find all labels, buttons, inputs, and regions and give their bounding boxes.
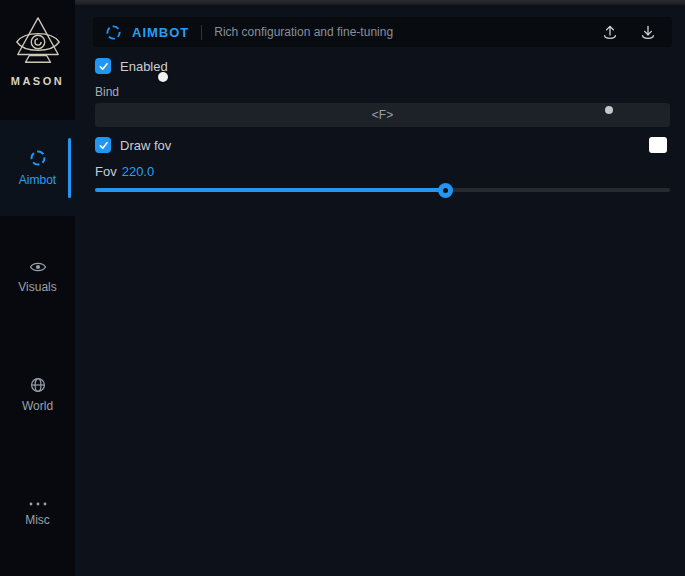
crosshair-icon <box>105 24 122 41</box>
main-panel: AIMBOT Rich configuration and fine-tunin… <box>75 0 685 576</box>
sidebar-item-label: Aimbot <box>19 173 56 187</box>
cursor-dot <box>605 106 613 114</box>
upload-config-icon <box>602 24 618 40</box>
fov-color-swatch[interactable] <box>649 137 667 153</box>
download-config-icon <box>640 24 656 40</box>
page-title: AIMBOT <box>132 25 189 40</box>
fov-slider-fill <box>95 188 446 192</box>
page-subtitle: Rich configuration and fine-tuning <box>214 25 393 39</box>
brand-name: MASON <box>0 75 75 87</box>
sidebar-item-label: World <box>22 399 53 413</box>
enabled-row: Enabled <box>95 58 168 74</box>
fov-label: Fov <box>95 164 117 179</box>
fov-slider-handle[interactable] <box>438 183 453 198</box>
draw-fov-checkbox[interactable] <box>95 137 111 153</box>
header-divider <box>201 25 202 40</box>
check-icon <box>98 140 109 151</box>
active-indicator <box>68 138 71 198</box>
page-header: AIMBOT Rich configuration and fine-tunin… <box>93 17 672 47</box>
draw-fov-label: Draw fov <box>120 138 171 153</box>
ellipsis-icon <box>28 501 48 507</box>
sidebar: MASON Aimbot Visuals W <box>0 0 75 576</box>
sidebar-item-visuals[interactable]: Visuals <box>0 237 75 317</box>
download-config-button[interactable] <box>636 22 660 42</box>
pyramid-eye-logo-icon <box>14 16 62 68</box>
globe-icon <box>30 377 46 393</box>
mason-menu-window: MASON Aimbot Visuals W <box>0 0 685 576</box>
sidebar-item-world[interactable]: World <box>0 355 75 435</box>
eye-icon <box>29 260 47 274</box>
cursor-dot <box>158 72 168 82</box>
sidebar-item-misc[interactable]: Misc <box>0 474 75 554</box>
fov-slider[interactable] <box>95 182 670 198</box>
sidebar-item-aimbot[interactable]: Aimbot <box>0 120 75 216</box>
upload-config-button[interactable] <box>598 22 622 42</box>
crosshair-icon <box>29 149 47 167</box>
enabled-checkbox[interactable] <box>95 58 111 74</box>
bind-label: Bind <box>95 85 119 99</box>
bind-input[interactable]: <F> <box>95 103 670 127</box>
brand-logo: MASON <box>0 0 75 87</box>
check-icon <box>98 61 109 72</box>
fov-label-row: Fov220.0 <box>95 164 154 179</box>
draw-fov-row: Draw fov <box>95 137 171 153</box>
sidebar-item-label: Visuals <box>18 280 56 294</box>
fov-value: 220.0 <box>122 164 155 179</box>
sidebar-item-label: Misc <box>25 513 50 527</box>
